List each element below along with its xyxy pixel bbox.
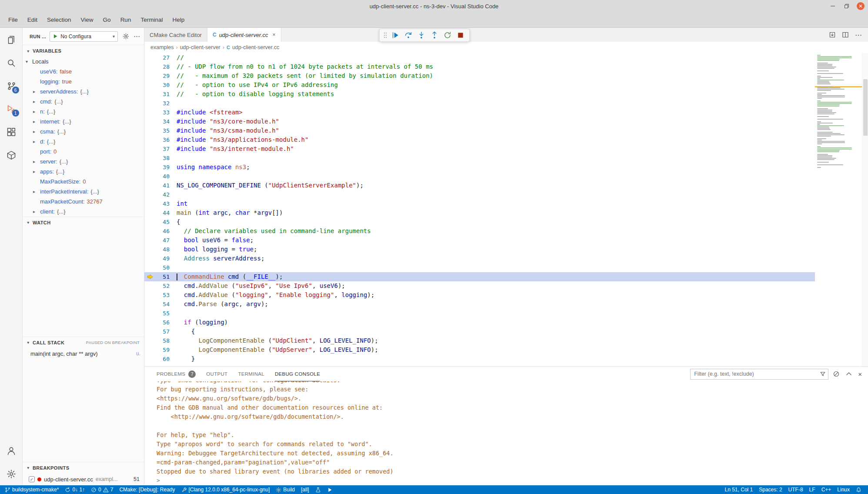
variable-item[interactable]: ▸serverAddress:{...}	[23, 87, 144, 97]
gutter[interactable]: 50	[144, 263, 177, 272]
breadcrumb-item[interactable]: examples	[150, 44, 174, 50]
menu-item-terminal[interactable]: Terminal	[136, 15, 167, 25]
source-control-icon[interactable]: 6	[3, 78, 19, 94]
gutter[interactable]: 30	[144, 80, 177, 90]
gutter[interactable]: 51	[144, 272, 177, 281]
step-over-icon[interactable]	[403, 30, 414, 40]
variable-item[interactable]: ▸server:{...}	[23, 157, 144, 167]
status-cmake-build[interactable]: Build	[273, 485, 298, 494]
gutter[interactable]: 39	[144, 163, 177, 172]
status-cmake-launch[interactable]	[324, 485, 336, 494]
gutter[interactable]: 34	[144, 117, 177, 126]
menu-item-view[interactable]: View	[76, 15, 98, 25]
call-stack-section-header[interactable]: ▾ CALL STACK PAUSED ON BREAKPOINT	[23, 337, 144, 348]
menu-item-edit[interactable]: Edit	[23, 15, 42, 25]
gutter[interactable]: 53	[144, 290, 177, 300]
cmake-tools-icon[interactable]	[3, 147, 19, 163]
clear-console-icon[interactable]	[833, 370, 840, 377]
breakpoint-item[interactable]: ✓ udp-client-server.cc exampl... 51	[23, 473, 144, 485]
variable-item[interactable]: maxPacketCount:32767	[23, 197, 144, 207]
editor-tab[interactable]: Cudp-client-server.cc×	[207, 28, 281, 42]
minimap[interactable]	[815, 53, 862, 366]
gutter[interactable]: 32	[144, 99, 177, 108]
gutter[interactable]: 58	[144, 336, 177, 345]
step-out-icon[interactable]	[429, 30, 440, 40]
maximize-panel-icon[interactable]	[845, 370, 852, 377]
status-remote-os[interactable]: Linux	[834, 485, 853, 494]
code-editor[interactable]: 27//28// - UDP flow from n0 to n1 of 102…	[144, 53, 815, 366]
gutter[interactable]: 46	[144, 227, 177, 236]
gutter[interactable]: 33	[144, 108, 177, 117]
close-panel-icon[interactable]: ×	[858, 370, 862, 378]
more-actions-icon[interactable]: ⋯	[855, 31, 862, 39]
variable-item[interactable]: ▸internet:{...}	[23, 117, 144, 127]
scrollbar-slider[interactable]	[863, 79, 868, 136]
debug-config-dropdown[interactable]: No Configura ▾	[50, 31, 118, 42]
status-indentation[interactable]: Spaces: 2	[756, 485, 785, 494]
breadcrumb-item[interactable]: udp-client-server.cc	[232, 44, 279, 50]
stack-frame[interactable]: main(int argc, char ** argv) u.	[23, 349, 144, 358]
panel-tab-terminal[interactable]: TERMINAL	[238, 367, 264, 381]
editor-scrollbar[interactable]	[862, 53, 868, 366]
gutter[interactable]: 47	[144, 236, 177, 245]
variable-item[interactable]: port:0	[23, 147, 144, 157]
breakpoints-section-header[interactable]: ▾ BREAKPOINTS	[23, 462, 144, 473]
restore-icon[interactable]	[843, 2, 851, 10]
status-cmake-status[interactable]: CMake: [Debug]: Ready	[116, 485, 178, 494]
gutter[interactable]: 49	[144, 254, 177, 263]
gutter[interactable]: 38	[144, 154, 177, 163]
run-and-debug-icon[interactable]: 1	[3, 101, 19, 117]
gutter[interactable]: 59	[144, 345, 177, 354]
editor-tab[interactable]: CMake Cache Editor	[144, 28, 207, 42]
gutter[interactable]: 29	[144, 71, 177, 80]
gutter[interactable]: 61	[144, 364, 177, 366]
status-encoding[interactable]: UTF-8	[785, 485, 806, 494]
step-into-icon[interactable]	[416, 30, 427, 40]
debug-settings-gear-icon[interactable]	[121, 32, 130, 41]
status-notifications[interactable]	[853, 485, 865, 494]
gutter[interactable]: 41	[144, 181, 177, 190]
gutter[interactable]: 44	[144, 208, 177, 217]
locals-scope-row[interactable]: ▾Locals	[23, 57, 144, 67]
gutter[interactable]: 43	[144, 199, 177, 208]
variable-item[interactable]: ▸interPacketInterval:{...}	[23, 187, 144, 197]
menu-item-run[interactable]: Run	[116, 15, 136, 25]
debug-console-output[interactable]: Type "show configuration" for configurat…	[144, 381, 868, 475]
gutter[interactable]: 40	[144, 172, 177, 181]
variable-item[interactable]: ▸n:{...}	[23, 107, 144, 117]
gutter[interactable]: 54	[144, 300, 177, 309]
gutter[interactable]: 45	[144, 217, 177, 227]
gutter[interactable]: 27	[144, 53, 177, 62]
extensions-icon[interactable]	[3, 124, 19, 140]
gutter[interactable]: 52	[144, 281, 177, 290]
gutter[interactable]: 31	[144, 90, 177, 99]
variables-section-header[interactable]: ▾ VARIABLES	[23, 45, 144, 57]
status-git-sync[interactable]: 0↓ 1↑	[62, 485, 88, 494]
breadcrumb-item[interactable]: udp-client-server	[180, 44, 220, 50]
search-icon[interactable]	[3, 55, 19, 71]
breakpoint-checkbox[interactable]: ✓	[29, 476, 35, 482]
status-cmake-kit[interactable]: [Clang 12.0.0 x86_64-pc-linux-gnu]	[178, 485, 273, 494]
menu-item-go[interactable]: Go	[98, 15, 116, 25]
settings-icon[interactable]	[3, 466, 19, 482]
status-git-branch[interactable]: buildsystem-cmake*	[2, 485, 62, 494]
variable-item[interactable]: ▸cmd:{...}	[23, 97, 144, 107]
panel-tab-problems[interactable]: PROBLEMS7	[157, 367, 196, 381]
close-tab-icon[interactable]: ×	[273, 32, 276, 38]
gutter[interactable]: 36	[144, 135, 177, 144]
variable-item[interactable]: ▸client:{...}	[23, 207, 144, 217]
panel-tab-debug-console[interactable]: DEBUG CONSOLE	[275, 367, 320, 381]
variable-item[interactable]: ▸csma:{...}	[23, 127, 144, 137]
status-cursor-position[interactable]: Ln 51, Col 1	[722, 485, 756, 494]
more-actions-icon[interactable]: ⋯	[134, 33, 140, 40]
menu-item-help[interactable]: Help	[167, 15, 189, 25]
gutter[interactable]: 55	[144, 309, 177, 318]
gutter[interactable]: 37	[144, 144, 177, 154]
status-cmake-target[interactable]: [all]	[298, 485, 312, 494]
download-icon[interactable]	[829, 31, 836, 38]
split-editor-icon[interactable]	[842, 31, 849, 38]
stop-icon[interactable]	[455, 30, 466, 40]
variable-item[interactable]: MaxPacketSize:0	[23, 177, 144, 187]
panel-tab-output[interactable]: OUTPUT	[206, 367, 227, 381]
restart-icon[interactable]	[442, 30, 453, 40]
